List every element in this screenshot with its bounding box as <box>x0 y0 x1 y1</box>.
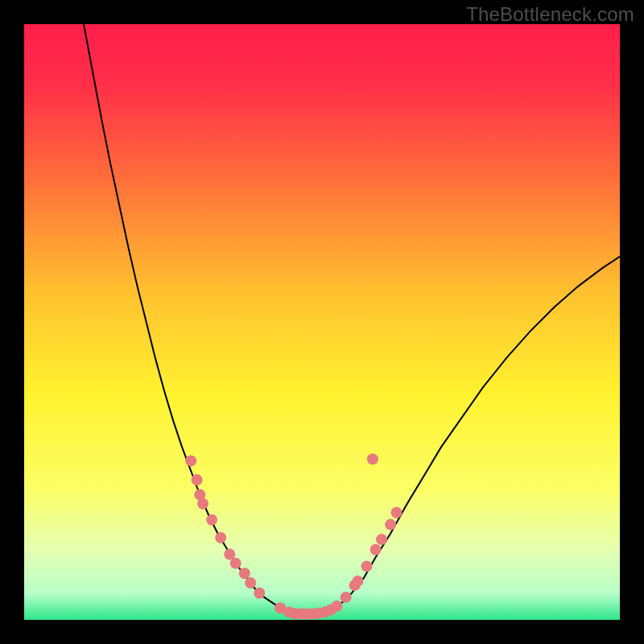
data-marker <box>245 577 256 588</box>
data-marker <box>185 455 196 466</box>
data-marker <box>206 514 217 526</box>
watermark-text: TheBottleneck.com <box>466 3 634 26</box>
data-marker <box>376 534 387 545</box>
data-marker <box>361 560 373 572</box>
data-marker <box>215 532 226 543</box>
chart-svg <box>24 24 620 620</box>
chart-background <box>24 24 620 620</box>
data-marker <box>367 453 378 464</box>
data-marker <box>385 519 396 530</box>
data-marker <box>370 544 382 555</box>
chart-frame: TheBottleneck.com <box>0 0 644 644</box>
data-marker <box>332 601 343 612</box>
data-marker <box>230 558 242 569</box>
data-marker <box>197 498 208 510</box>
data-marker <box>239 568 250 579</box>
data-marker <box>352 576 363 587</box>
data-marker <box>391 507 402 518</box>
data-marker <box>254 588 265 599</box>
data-marker <box>192 474 203 485</box>
data-marker <box>341 592 352 603</box>
